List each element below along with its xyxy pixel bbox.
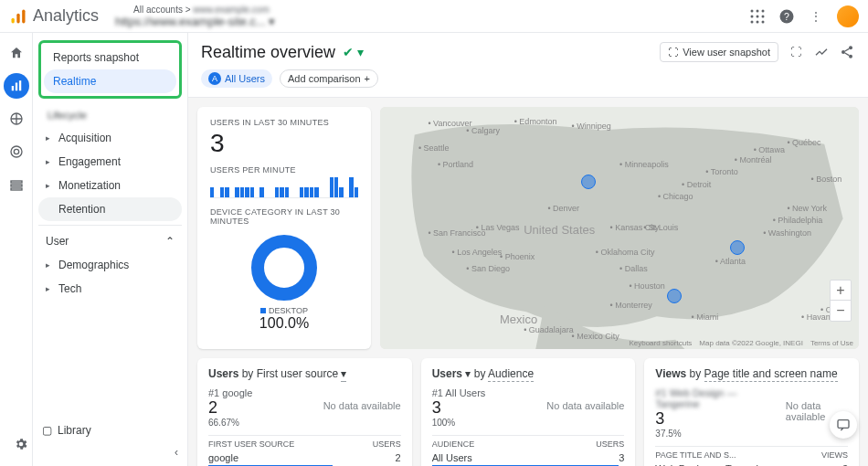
no-data-text: No data available xyxy=(323,400,401,411)
map-city-label: • Detroit xyxy=(682,180,711,189)
rail-reports[interactable] xyxy=(4,73,29,99)
crumb-account: www.example.com xyxy=(193,5,269,15)
map-city-label: • Guadalajara xyxy=(524,325,574,334)
svg-point-6 xyxy=(751,15,754,17)
brand-logo[interactable]: Analytics xyxy=(9,6,99,26)
sidebar-item-engagement[interactable]: ▸Engagement xyxy=(38,150,182,174)
map-city-label: • Phoenix xyxy=(500,252,535,261)
card-title[interactable]: Users ▾ by Audience xyxy=(432,367,625,380)
map-city-label: • Philadelphia xyxy=(773,216,823,225)
rail-advertising[interactable] xyxy=(4,139,29,164)
card-users-by-audience: Users ▾ by Audience #1 All Users3100% No… xyxy=(421,358,636,466)
account-avatar[interactable] xyxy=(837,5,859,27)
map-attribution: Map data ©2022 Google, INEGI xyxy=(699,339,803,347)
users-per-minute-chart xyxy=(210,175,358,198)
sidebar-item-acquisition[interactable]: ▸Acquisition xyxy=(38,126,182,150)
feedback-fab[interactable] xyxy=(830,411,857,439)
map-city-label: • Calgary xyxy=(466,126,500,135)
chip-all-users[interactable]: AAll Users xyxy=(201,69,272,88)
svg-rect-14 xyxy=(11,86,13,90)
map-city-label: • Washington xyxy=(763,228,811,238)
account-picker[interactable]: All accounts > www.example.com https://w… xyxy=(115,5,275,28)
sidebar-item-snapshot[interactable]: Reports snapshot xyxy=(44,46,176,69)
sidebar-library[interactable]: ▢Library xyxy=(42,424,91,437)
sidebar-item-retention[interactable]: Retention xyxy=(38,197,182,221)
table-row[interactable]: Web Design,… Tangerine3 xyxy=(655,460,848,466)
collapse-sidebar-icon[interactable]: ‹ xyxy=(175,446,178,459)
rail-home[interactable] xyxy=(4,40,29,66)
map-data-dot xyxy=(730,240,745,255)
card-users-by-source: Users by First user source ▾ #1 google26… xyxy=(197,358,412,466)
apps-icon[interactable] xyxy=(749,8,766,25)
map-terms[interactable]: Terms of Use xyxy=(810,339,853,347)
side-rail xyxy=(0,33,33,466)
svg-point-25 xyxy=(849,55,852,58)
users-per-min-label: USERS PER MINUTE xyxy=(210,165,358,175)
rail-configure[interactable] xyxy=(4,172,29,197)
rail-settings[interactable] xyxy=(8,431,34,457)
svg-point-5 xyxy=(762,9,765,12)
svg-rect-27 xyxy=(838,420,849,429)
map-city-label: • Seattle xyxy=(418,143,450,153)
fullscreen-icon[interactable]: ⛶ xyxy=(788,44,804,60)
rail-explore[interactable] xyxy=(4,106,29,132)
map-city-label: • Québec xyxy=(787,138,820,147)
card-title[interactable]: Views by Page title and screen name xyxy=(655,367,848,380)
map-footer: Keyboard shortcuts Map data ©2022 Google… xyxy=(629,339,853,347)
sidebar-item-realtime[interactable]: Realtime xyxy=(44,69,176,93)
svg-rect-16 xyxy=(18,80,20,90)
map-city-label: • Mexico City xyxy=(572,332,619,341)
realtime-map[interactable]: United States Mexico • Vancouver• Seattl… xyxy=(380,107,859,349)
zoom-out-button[interactable]: − xyxy=(831,301,851,321)
card-title[interactable]: Users by First user source ▾ xyxy=(208,367,401,380)
map-city-label: • Winnipeg xyxy=(572,122,611,131)
svg-point-7 xyxy=(757,15,759,17)
more-vert-icon[interactable]: ⋮ xyxy=(808,8,824,25)
device-donut-chart xyxy=(251,235,317,301)
map-city-label: • Montréal xyxy=(735,155,772,164)
share-icon[interactable] xyxy=(839,44,855,60)
svg-point-23 xyxy=(849,46,852,49)
map-shortcuts[interactable]: Keyboard shortcuts xyxy=(629,339,692,347)
map-city-label: • New York xyxy=(787,204,827,213)
main-content: Realtime overview ✔ ▾ ⛶View user snapsho… xyxy=(188,33,868,466)
map-city-label: • Monterrey xyxy=(610,301,652,310)
map-city-label: • Atlanta xyxy=(715,257,746,266)
brand-name: Analytics xyxy=(33,6,99,26)
reports-sidebar: Reports snapshot Realtime Lifecycle ▸Acq… xyxy=(33,33,188,466)
chevron-up-icon: ⌃ xyxy=(165,235,175,248)
status-check-icon[interactable]: ✔ ▾ xyxy=(343,45,364,59)
map-city-label: • Boston xyxy=(811,175,842,184)
crumb-url: https://www.example-site.c... xyxy=(115,15,266,28)
svg-rect-2 xyxy=(22,9,25,23)
users-30-label: USERS IN LAST 30 MINUTES xyxy=(210,118,358,127)
svg-rect-0 xyxy=(12,17,15,23)
folder-icon: ▢ xyxy=(42,424,52,437)
table-row[interactable]: google2 xyxy=(208,449,401,466)
zoom-in-button[interactable]: + xyxy=(831,281,851,301)
map-city-label: • Ottawa xyxy=(754,145,785,154)
map-city-label: • Los Angeles xyxy=(452,248,503,257)
svg-point-8 xyxy=(762,15,765,17)
svg-rect-1 xyxy=(16,13,19,23)
table-row[interactable]: All Users3 xyxy=(432,449,625,466)
sidebar-group-lifecycle: Lifecycle xyxy=(38,104,182,126)
svg-point-19 xyxy=(14,149,18,154)
sidebar-group-user[interactable]: User⌃ xyxy=(38,229,182,253)
view-user-snapshot-button[interactable]: ⛶View user snapshot xyxy=(660,42,778,62)
plus-icon: + xyxy=(365,73,370,84)
help-icon[interactable]: ? xyxy=(778,8,795,25)
snapshot-icon: ⛶ xyxy=(668,47,678,58)
sidebar-item-tech[interactable]: ▸Tech xyxy=(38,277,182,301)
sidebar-item-demographics[interactable]: ▸Demographics xyxy=(38,253,182,277)
map-city-label: • Edmonton xyxy=(514,117,557,126)
map-city-label: • Houston xyxy=(629,281,664,291)
donut-legend: DESKTOP xyxy=(210,306,358,315)
sidebar-item-monetization[interactable]: ▸Monetization xyxy=(38,174,182,197)
chip-add-comparison[interactable]: Add comparison+ xyxy=(280,69,378,88)
insights-icon[interactable] xyxy=(813,44,830,60)
page-title: Realtime overview xyxy=(201,43,335,62)
page-header: Realtime overview ✔ ▾ ⛶View user snapsho… xyxy=(188,33,868,98)
svg-rect-20 xyxy=(11,181,22,183)
svg-point-18 xyxy=(11,146,22,157)
